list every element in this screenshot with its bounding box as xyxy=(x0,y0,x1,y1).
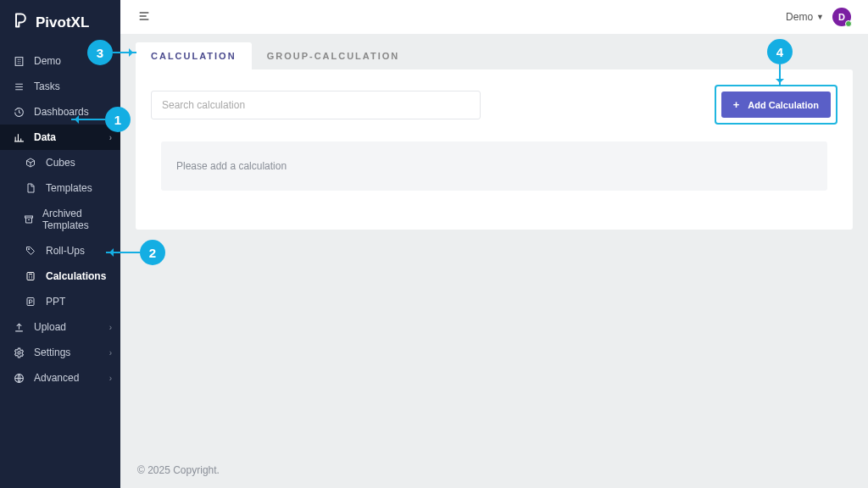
add-button-highlight: + Add Calculation xyxy=(715,85,837,125)
empty-state: Please add a calculation xyxy=(161,141,827,191)
empty-state-text: Please add a calculation xyxy=(176,160,287,172)
sidebar-item-upload[interactable]: Upload › xyxy=(0,314,120,340)
sidebar-item-tasks[interactable]: Tasks xyxy=(0,74,120,99)
nav-list: Demo Tasks Dashboards › Data › Cubes xyxy=(0,48,120,391)
svg-rect-0 xyxy=(15,57,23,65)
sidebar-item-label: Calculations xyxy=(46,270,106,282)
history-icon xyxy=(12,107,25,118)
tab-label: CALCULATION xyxy=(151,51,236,61)
chevron-right-icon: › xyxy=(109,323,112,332)
brand-name: PivotXL xyxy=(36,14,89,31)
ppt-icon xyxy=(24,297,37,307)
avatar[interactable]: D xyxy=(832,8,851,26)
sidebar-item-templates[interactable]: Templates xyxy=(0,175,120,201)
gear-icon xyxy=(12,347,25,358)
search-wrap xyxy=(151,91,481,119)
user-label: Demo xyxy=(786,11,813,23)
sidebar-item-label: Advanced xyxy=(34,372,79,384)
callout-bubble: 1 xyxy=(105,107,131,132)
sidebar-item-label: Roll-Ups xyxy=(46,245,85,257)
sidebar-item-label: Data xyxy=(34,131,56,143)
sidebar-item-archived-templates[interactable]: Archived Templates xyxy=(0,201,120,238)
file-icon xyxy=(24,183,37,193)
callout-bubble: 3 xyxy=(87,40,113,65)
svg-rect-1 xyxy=(25,216,33,218)
panel: + Add Calculation Please add a calculati… xyxy=(136,69,853,230)
sidebar-item-ppt[interactable]: PPT xyxy=(0,289,120,314)
chevron-right-icon: › xyxy=(109,374,112,383)
user-menu[interactable]: Demo ▼ xyxy=(786,11,824,23)
chevron-right-icon: › xyxy=(109,133,112,142)
callout-bubble: 4 xyxy=(767,39,793,64)
tab-group-calculation[interactable]: GROUP-CALCULATION xyxy=(252,42,415,69)
sidebar-item-label: PPT xyxy=(46,296,65,308)
tag-icon xyxy=(24,246,37,256)
list-icon xyxy=(12,81,25,92)
archive-icon xyxy=(24,214,34,225)
sidebar-item-calculations[interactable]: Calculations xyxy=(0,263,120,289)
callout-4: 4 xyxy=(767,39,793,86)
svg-point-2 xyxy=(28,248,30,250)
callout-2: 2 xyxy=(106,240,165,265)
add-calculation-button[interactable]: + Add Calculation xyxy=(721,92,831,118)
chevron-right-icon: › xyxy=(109,348,112,358)
callout-3: 3 xyxy=(87,40,136,65)
sidebar-item-label: Demo xyxy=(34,55,61,67)
topbar: Demo ▼ D xyxy=(120,0,868,34)
sidebar-item-settings[interactable]: Settings › xyxy=(0,340,120,365)
avatar-initial: D xyxy=(838,12,845,22)
sidebar-item-advanced[interactable]: Advanced › xyxy=(0,365,120,391)
chart-icon xyxy=(12,132,25,143)
tab-label: GROUP-CALCULATION xyxy=(267,51,400,61)
tabs: CALCULATION GROUP-CALCULATION xyxy=(120,34,868,69)
footer-text: © 2025 Copyright. xyxy=(137,464,220,476)
toolbar-row: + Add Calculation xyxy=(151,85,837,125)
sidebar-item-rollups[interactable]: Roll-Ups xyxy=(0,238,120,263)
callout-1: 1 xyxy=(71,107,131,132)
content: CALCULATION GROUP-CALCULATION + Add Calc… xyxy=(120,34,868,488)
sidebar-item-label: Archived Templates xyxy=(42,208,108,231)
svg-rect-4 xyxy=(27,298,34,306)
search-input[interactable] xyxy=(151,91,481,119)
logo-icon xyxy=(12,12,29,33)
sidebar-item-label: Tasks xyxy=(34,80,60,92)
callout-bubble: 2 xyxy=(140,240,165,265)
main: Demo ▼ D CALCULATION GROUP-CALCULATION xyxy=(120,0,868,488)
globe-icon xyxy=(12,373,25,384)
calc-icon xyxy=(24,271,37,281)
building-icon xyxy=(12,56,25,67)
footer: © 2025 Copyright. xyxy=(120,452,868,488)
upload-icon xyxy=(12,322,25,333)
cube-icon xyxy=(24,158,37,168)
tab-calculation[interactable]: CALCULATION xyxy=(136,42,252,69)
menu-toggle-icon[interactable] xyxy=(137,9,151,25)
sidebar-item-label: Cubes xyxy=(46,157,75,169)
plus-icon: + xyxy=(733,98,740,111)
sidebar-item-label: Upload xyxy=(34,321,66,333)
add-button-label: Add Calculation xyxy=(748,100,819,110)
caret-down-icon: ▼ xyxy=(816,13,824,21)
svg-point-5 xyxy=(17,351,19,353)
sidebar-item-label: Settings xyxy=(34,347,70,358)
sidebar: PivotXL Demo Tasks Dashboards › Data › xyxy=(0,0,120,488)
sidebar-item-label: Templates xyxy=(46,182,92,194)
sidebar-item-cubes[interactable]: Cubes xyxy=(0,150,120,175)
svg-rect-3 xyxy=(27,273,34,280)
